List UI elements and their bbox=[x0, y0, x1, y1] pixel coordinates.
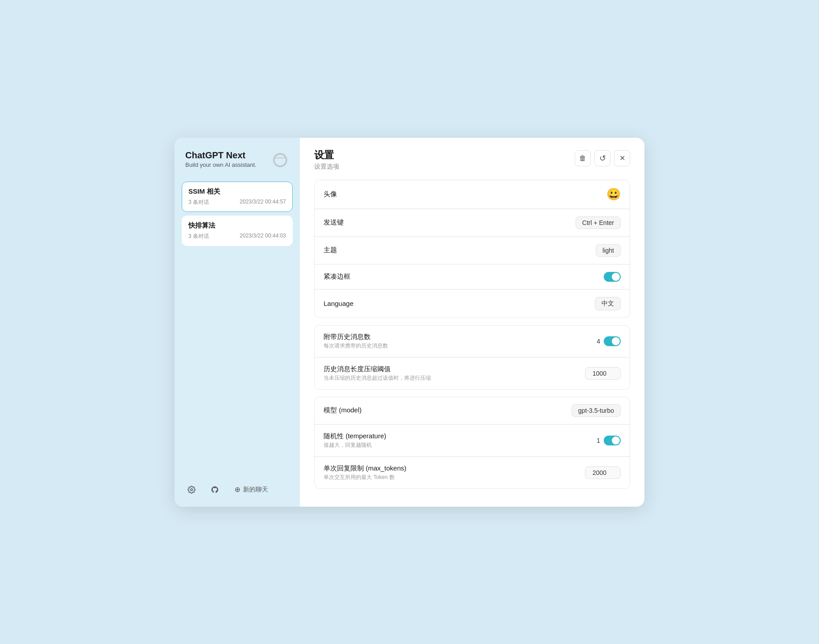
compress-threshold-input[interactable] bbox=[585, 367, 621, 380]
row-label-tight-border: 紧凑边框 bbox=[324, 272, 350, 281]
chat-item-ssim[interactable]: SSIM 相关 3 条对话 2023/3/22 00:44:57 bbox=[182, 182, 293, 212]
new-chat-label: 新的聊天 bbox=[243, 486, 268, 494]
settings-row-tight-border: 紧凑边框 bbox=[315, 265, 630, 289]
close-button[interactable]: ✕ bbox=[614, 150, 630, 166]
settings-icon-button[interactable] bbox=[183, 482, 200, 498]
row-label-title-compress: 历史消息长度压缩阈值 bbox=[324, 365, 431, 373]
app-logo bbox=[271, 151, 289, 173]
row-label-send-key: 发送键 bbox=[324, 218, 344, 227]
sidebar: ChatGPT Next Build your own AI assistant… bbox=[175, 138, 300, 507]
settings-group-history: 附带历史消息数 每次请求携带的历史消息数 4 历史消息长度压缩阈值 当未压缩的历… bbox=[314, 325, 630, 390]
row-label-language: Language bbox=[324, 300, 354, 307]
history-count-toggle[interactable] bbox=[604, 336, 621, 346]
reset-button[interactable]: 🗑 bbox=[575, 150, 591, 166]
settings-row-model: 模型 (model) gpt-3.5-turbo bbox=[315, 397, 630, 424]
row-value-avatar: 😀 bbox=[606, 187, 621, 201]
refresh-icon: ↺ bbox=[599, 153, 606, 163]
chat-item-title: 快排算法 bbox=[188, 221, 286, 230]
chat-item-title: SSIM 相关 bbox=[188, 187, 286, 196]
settings-panel: 设置 设置选项 🗑 ↺ ✕ 头像 bbox=[300, 138, 644, 507]
row-label-desc-temperature: 值越大，回复越随机 bbox=[324, 441, 386, 449]
chat-item-time: 2023/3/22 00:44:57 bbox=[240, 199, 286, 206]
send-key-badge[interactable]: Ctrl + Enter bbox=[576, 216, 621, 229]
row-value-model: gpt-3.5-turbo bbox=[572, 404, 621, 417]
avatar-emoji[interactable]: 😀 bbox=[606, 187, 621, 201]
settings-header: 设置 设置选项 🗑 ↺ ✕ bbox=[300, 138, 644, 171]
new-chat-button[interactable]: ⊕ 新的聊天 bbox=[230, 483, 273, 496]
settings-title-block: 设置 设置选项 bbox=[314, 148, 339, 171]
settings-row-language: Language 中文 bbox=[315, 290, 630, 318]
chat-item-count: 3 条对话 bbox=[188, 233, 209, 240]
chat-item-meta: 3 条对话 2023/3/22 00:44:57 bbox=[188, 199, 286, 206]
app-window: ChatGPT Next Build your own AI assistant… bbox=[175, 138, 644, 507]
close-icon: ✕ bbox=[619, 154, 625, 162]
max-tokens-input[interactable] bbox=[585, 466, 621, 479]
language-badge[interactable]: 中文 bbox=[595, 297, 621, 310]
settings-row-avatar: 头像 😀 bbox=[315, 180, 630, 209]
temperature-value: 1 bbox=[588, 437, 600, 444]
settings-row-history-count: 附带历史消息数 每次请求携带的历史消息数 4 bbox=[315, 326, 630, 357]
settings-row-theme: 主题 light bbox=[315, 237, 630, 264]
sidebar-header: ChatGPT Next Build your own AI assistant… bbox=[182, 150, 293, 182]
settings-body: 头像 😀 发送键 Ctrl + Enter 主题 light bbox=[300, 171, 644, 507]
github-icon-button[interactable] bbox=[207, 482, 223, 498]
row-label-title-history-count: 附带历史消息数 bbox=[324, 333, 388, 341]
history-count-value: 4 bbox=[588, 338, 600, 345]
chat-item-meta: 3 条对话 2023/3/22 00:44:03 bbox=[188, 233, 286, 240]
chat-item-quicksort[interactable]: 快排算法 3 条对话 2023/3/22 00:44:03 bbox=[182, 216, 293, 246]
row-label-block-max-tokens: 单次回复限制 (max_tokens) 单次交互所用的最大 Token 数 bbox=[324, 464, 406, 481]
settings-actions: 🗑 ↺ ✕ bbox=[575, 150, 630, 166]
chat-list: SSIM 相关 3 条对话 2023/3/22 00:44:57 快排算法 3 … bbox=[182, 182, 293, 475]
chat-item-count: 3 条对话 bbox=[188, 199, 209, 206]
tight-border-toggle[interactable] bbox=[604, 272, 621, 282]
refresh-button[interactable]: ↺ bbox=[594, 150, 610, 166]
row-value-language: 中文 bbox=[595, 297, 621, 310]
row-label-avatar: 头像 bbox=[324, 190, 337, 199]
row-label-desc-max-tokens: 单次交互所用的最大 Token 数 bbox=[324, 474, 406, 481]
theme-badge[interactable]: light bbox=[596, 244, 621, 257]
chat-item-time: 2023/3/22 00:44:03 bbox=[240, 233, 286, 240]
settings-title: 设置 bbox=[314, 148, 339, 162]
app-subtitle: Build your own AI assistant. bbox=[185, 161, 256, 168]
settings-group-basic: 头像 😀 发送键 Ctrl + Enter 主题 light bbox=[314, 180, 630, 318]
settings-group-model: 模型 (model) gpt-3.5-turbo 随机性 (temperatur… bbox=[314, 397, 630, 489]
row-label-desc-compress: 当未压缩的历史消息超过该值时，将进行压缩 bbox=[324, 374, 431, 382]
settings-row-send-key: 发送键 Ctrl + Enter bbox=[315, 209, 630, 237]
settings-subtitle: 设置选项 bbox=[314, 163, 339, 171]
settings-row-compress-threshold: 历史消息长度压缩阈值 当未压缩的历史消息超过该值时，将进行压缩 bbox=[315, 358, 630, 389]
row-value-temperature: 1 bbox=[588, 436, 621, 445]
app-title: ChatGPT Next bbox=[185, 150, 256, 161]
row-value-max-tokens bbox=[585, 466, 621, 479]
row-value-compress bbox=[585, 367, 621, 380]
row-label-theme: 主题 bbox=[324, 246, 337, 254]
settings-row-temperature: 随机性 (temperature) 值越大，回复越随机 1 bbox=[315, 425, 630, 457]
row-label-desc-history-count: 每次请求携带的历史消息数 bbox=[324, 342, 388, 350]
row-value-theme: light bbox=[596, 244, 621, 257]
row-label-title-temperature: 随机性 (temperature) bbox=[324, 432, 386, 441]
trash-icon: 🗑 bbox=[579, 154, 586, 162]
svg-point-0 bbox=[191, 488, 193, 491]
row-label-block-temperature: 随机性 (temperature) 值越大，回复越随机 bbox=[324, 432, 386, 449]
row-value-send-key: Ctrl + Enter bbox=[576, 216, 621, 229]
row-label-block-history-count: 附带历史消息数 每次请求携带的历史消息数 bbox=[324, 333, 388, 350]
model-badge[interactable]: gpt-3.5-turbo bbox=[572, 404, 621, 417]
settings-row-max-tokens: 单次回复限制 (max_tokens) 单次交互所用的最大 Token 数 bbox=[315, 457, 630, 488]
row-label-block-compress: 历史消息长度压缩阈值 当未压缩的历史消息超过该值时，将进行压缩 bbox=[324, 365, 431, 382]
temperature-toggle[interactable] bbox=[604, 436, 621, 445]
row-value-history-count: 4 bbox=[588, 336, 621, 346]
row-value-tight-border bbox=[604, 272, 621, 282]
plus-icon: ⊕ bbox=[235, 485, 240, 494]
sidebar-footer: ⊕ 新的聊天 bbox=[182, 475, 293, 498]
row-label-title-max-tokens: 单次回复限制 (max_tokens) bbox=[324, 464, 406, 473]
row-label-model: 模型 (model) bbox=[324, 406, 362, 415]
